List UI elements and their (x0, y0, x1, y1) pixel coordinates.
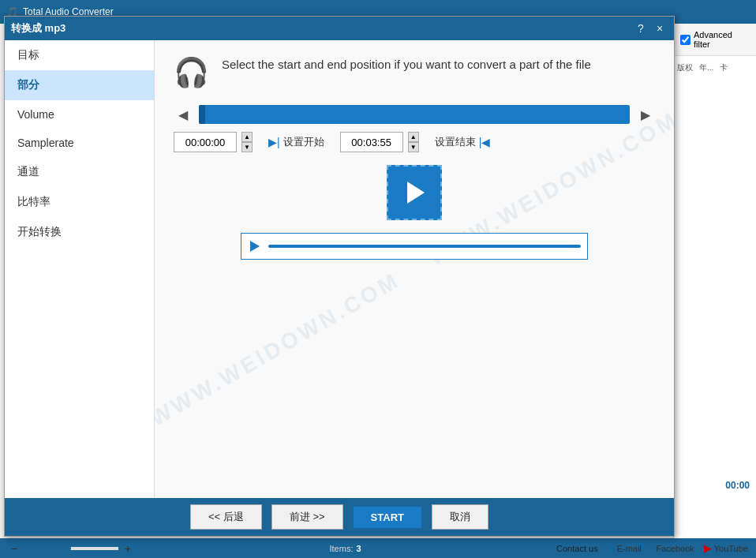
big-play-button[interactable] (387, 165, 442, 220)
col-card: 卡 (720, 62, 728, 73)
right-panel-cols: 版权 年... 卡 (677, 59, 753, 77)
sidebar-item-start-convert[interactable]: 开始转换 (5, 217, 154, 247)
end-time-down[interactable]: ▼ (408, 142, 419, 152)
dialog-close-button[interactable]: × (652, 21, 668, 36)
status-bar: − + Items: 3 Contact us ✉ E-mail f Faceb… (0, 538, 756, 558)
play-triangle-icon (407, 182, 425, 204)
back-button[interactable]: << 后退 (190, 504, 262, 530)
dialog-titlebar: 转换成 mp3 ? × (5, 17, 674, 40)
set-start-button[interactable]: ▶| 设置开始 (262, 132, 331, 152)
dialog-bottom-bar: << 后退 前进 >> START 取消 (5, 498, 674, 536)
right-timer: 00:00 (725, 480, 750, 491)
audio-player-bar (241, 233, 588, 260)
facebook-link[interactable]: f Facebook (651, 542, 694, 554)
sidebar: 目标 部分 Volume Samplerate 通道 比特率 开始转换 (5, 40, 155, 498)
end-time-up[interactable]: ▲ (408, 132, 419, 142)
items-info: Items: 3 (329, 544, 361, 553)
social-links: Contact us ✉ E-mail f Facebook ▶ YouTube (556, 542, 748, 554)
start-button[interactable]: START (353, 506, 422, 529)
col-year: 年... (699, 62, 713, 73)
right-panel-content: 版权 年... 卡 (674, 56, 756, 80)
timeline-back-button[interactable]: ◀ (174, 105, 193, 124)
dialog-body: 目标 部分 Volume Samplerate 通道 比特率 开始转换 (5, 40, 674, 498)
items-label: Items: (329, 544, 353, 553)
timeline-bar[interactable] (199, 105, 630, 124)
col-copyright: 版权 (677, 62, 693, 73)
youtube-icon: ▶ (704, 542, 712, 554)
advanced-filter-bar: Advanced filter (674, 24, 756, 56)
zoom-out-button[interactable]: − (8, 542, 21, 555)
sidebar-item-channel[interactable]: 通道 (5, 157, 154, 187)
zoom-in-button[interactable]: + (122, 542, 134, 555)
sidebar-item-bitrate[interactable]: 比特率 (5, 187, 154, 217)
set-start-icon: ▶| (268, 136, 280, 148)
forward-button[interactable]: 前进 >> (271, 504, 343, 530)
start-time-down[interactable]: ▼ (241, 142, 253, 152)
sidebar-item-samplerate[interactable]: Samplerate (5, 129, 154, 157)
advanced-filter-label: Advanced filter (694, 30, 750, 49)
small-play-button[interactable] (248, 239, 262, 253)
set-end-button[interactable]: 设置结束 |◀ (429, 132, 497, 152)
sidebar-item-target[interactable]: 目标 (5, 40, 154, 70)
header-description: Select the start and end position if you… (222, 56, 591, 73)
timeline-row: ◀ ▶ (174, 105, 655, 124)
start-time-spinner: ▲ ▼ (241, 132, 253, 152)
start-time-group: ▲ ▼ (174, 132, 253, 152)
contact-label[interactable]: Contact us (556, 544, 598, 553)
set-end-icon: |◀ (479, 136, 491, 148)
zoom-slider[interactable] (24, 547, 118, 550)
small-play-icon (250, 241, 260, 252)
email-link[interactable]: ✉ E-mail (608, 543, 642, 553)
timeline-forward-button[interactable]: ▶ (636, 105, 655, 124)
zoom-controls: − + (8, 542, 134, 555)
email-icon: ✉ (608, 543, 615, 553)
set-end-label: 设置结束 (435, 135, 476, 149)
items-count: 3 (356, 544, 361, 553)
sidebar-item-volume[interactable]: Volume (5, 100, 154, 129)
set-start-label: 设置开始 (283, 135, 324, 149)
timeline-section: ◀ ▶ ▲ ▼ (174, 105, 655, 152)
sidebar-item-part[interactable]: 部分 (5, 70, 154, 100)
right-panel: Advanced filter 版权 年... 卡 00:00 (673, 24, 756, 538)
end-time-input[interactable] (340, 132, 403, 152)
facebook-icon: f (651, 542, 654, 554)
start-time-input[interactable] (174, 132, 237, 152)
dialog-titlebar-buttons: ? × (633, 21, 668, 36)
header-icon: 🎧 (174, 56, 209, 89)
cancel-button[interactable]: 取消 (432, 504, 488, 530)
start-time-up[interactable]: ▲ (241, 132, 253, 142)
main-content: WWW.WEIDOWN.COM WWW.WEIDOWN.COM 🎧 Select… (155, 40, 674, 498)
timeline-progress (199, 105, 205, 124)
youtube-link[interactable]: ▶ YouTube (704, 542, 748, 554)
convert-dialog: 转换成 mp3 ? × 目标 部分 Volume Samplerate 通道 (4, 16, 675, 537)
content-header: 🎧 Select the start and end position if y… (174, 56, 655, 89)
dialog-help-button[interactable]: ? (633, 21, 649, 36)
end-time-group: ▲ ▼ (340, 132, 419, 152)
time-controls: ▲ ▼ ▶| 设置开始 ▲ ▼ (174, 132, 655, 152)
dialog-title: 转换成 mp3 (11, 21, 65, 36)
player-progress-bar[interactable] (268, 245, 581, 248)
play-section (174, 165, 655, 260)
advanced-filter-checkbox[interactable] (680, 35, 691, 45)
end-time-spinner: ▲ ▼ (408, 132, 419, 152)
